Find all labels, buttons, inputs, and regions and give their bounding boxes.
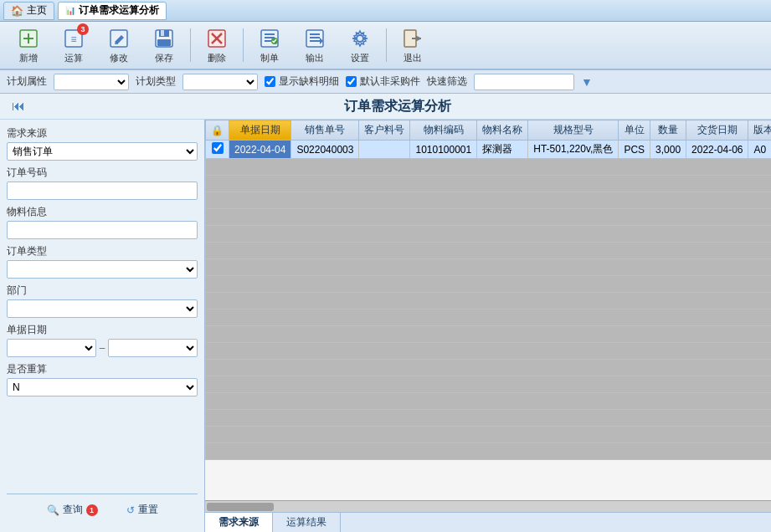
col-unit[interactable]: 单位 [619, 120, 650, 141]
order-no-input[interactable] [7, 182, 198, 200]
active-tab-label: 订单需求运算分析 [79, 3, 159, 18]
default-non-purchase-checkbox[interactable] [346, 76, 357, 87]
col-date[interactable]: 单据日期 [229, 120, 291, 141]
title-bar: 🏠 主页 📊 订单需求运算分析 [0, 0, 771, 22]
settings-button[interactable]: 设置 [338, 25, 382, 65]
exit-label: 退出 [403, 52, 422, 64]
recalc-field-group: 是否重算 N Y [7, 362, 198, 396]
recalc-select[interactable]: N Y [7, 378, 198, 396]
left-bottom-actions: 🔍 查询 1 ↺ 重置 [7, 494, 198, 525]
search-icon: 🔍 [47, 504, 59, 516]
col-delivery-date[interactable]: 交货日期 [686, 120, 748, 141]
table-row [206, 176, 772, 192]
new-button[interactable]: 新增 [7, 25, 50, 65]
quick-filter-label: 快速筛选 [427, 74, 467, 89]
edit-button[interactable]: 修改 [97, 25, 141, 65]
col-lock: 🔒 [206, 120, 229, 141]
source-label: 需求来源 [7, 126, 198, 141]
tab-source-label: 需求来源 [218, 515, 259, 529]
row-material-code: 1010100001 [410, 141, 477, 159]
horizontal-scrollbar[interactable] [205, 500, 771, 512]
tab-calc-result[interactable]: 运算结果 [273, 513, 341, 532]
table-row [206, 226, 772, 243]
right-panel: 🔒 单据日期 销售单号 客户料号 物料编码 物料名称 规格型号 单位 数量 交货… [205, 120, 771, 532]
tab-source[interactable]: 需求来源 [205, 513, 273, 532]
home-tab[interactable]: 🏠 主页 [3, 2, 54, 20]
svg-text:≡: ≡ [70, 33, 76, 45]
scroll-thumb[interactable] [207, 503, 274, 511]
table-row [206, 243, 772, 259]
table-row [206, 326, 772, 343]
plan-type-select[interactable] [182, 74, 258, 90]
order-type-select[interactable] [7, 260, 198, 279]
exit-icon [401, 27, 424, 50]
filter-icon[interactable]: ▼ [581, 75, 593, 89]
delete-label: 删除 [208, 52, 226, 64]
bottom-tabs: 需求来源 运算结果 [205, 512, 771, 532]
row-checkbox[interactable] [212, 142, 224, 154]
dept-select[interactable] [7, 299, 198, 318]
export-icon [303, 27, 326, 50]
col-material-name[interactable]: 物料名称 [477, 120, 528, 141]
row-date: 2022-04-04 [229, 141, 291, 159]
left-panel: 需求来源 销售订单 订单号码 物料信息 订单类型 [0, 120, 205, 532]
new-label: 新增 [19, 52, 38, 64]
save-button[interactable]: 保存 [142, 25, 186, 65]
order-type-field-group: 订单类型 [7, 244, 198, 279]
col-customer-no[interactable]: 客户料号 [359, 120, 410, 141]
col-spec-type[interactable]: 规格型号 [528, 120, 619, 141]
save-icon [152, 27, 176, 50]
show-shortage-group: 显示缺料明细 [265, 74, 339, 89]
material-info-input[interactable] [7, 221, 198, 239]
toolbar-divider-3 [386, 28, 387, 62]
table-row [206, 393, 772, 410]
table-container[interactable]: 🔒 单据日期 销售单号 客户料号 物料编码 物料名称 规格型号 单位 数量 交货… [205, 120, 771, 500]
active-tab[interactable]: 📊 订单需求运算分析 [58, 2, 167, 20]
make-button[interactable]: 制单 [248, 25, 291, 65]
reset-icon: ↺ [126, 504, 135, 516]
table-row [206, 309, 772, 326]
source-select[interactable]: 销售订单 [7, 142, 198, 161]
home-tab-label: 主页 [27, 3, 47, 18]
nav-first-button[interactable]: ⏮ [10, 97, 27, 115]
edit-label: 修改 [110, 52, 128, 64]
svg-rect-20 [310, 33, 320, 35]
row-delivery-date: 2022-04-06 [686, 141, 748, 159]
delete-icon [205, 27, 229, 50]
calc-button[interactable]: ≡ 3 运算 [52, 25, 95, 65]
show-shortage-label: 显示缺料明细 [279, 74, 339, 89]
reset-button[interactable]: ↺ 重置 [119, 499, 166, 520]
col-material-code[interactable]: 物料编码 [410, 120, 477, 141]
row-material-name: 探测器 [477, 141, 528, 159]
table-row [206, 376, 772, 393]
calc-icon: ≡ 3 [62, 27, 85, 50]
svg-rect-10 [157, 39, 171, 46]
col-version[interactable]: 版本号 [748, 120, 771, 141]
col-qty[interactable]: 数量 [650, 120, 686, 141]
svg-point-25 [357, 35, 363, 42]
col-sales-no[interactable]: 销售单号 [291, 120, 359, 141]
table-row [206, 293, 772, 309]
date-to-select[interactable] [108, 339, 198, 357]
filter-bar: 计划属性 计划类型 显示缺料明细 默认非采购件 快速筛选 ▼ [0, 70, 771, 94]
content-area: 需求来源 销售订单 订单号码 物料信息 订单类型 [0, 120, 771, 532]
show-shortage-checkbox[interactable] [265, 76, 275, 87]
source-field-group: 需求来源 销售订单 [7, 126, 198, 161]
calc-badge: 3 [77, 23, 89, 35]
make-label: 制单 [260, 52, 279, 64]
table-row [206, 192, 772, 209]
table-row [206, 443, 772, 460]
export-button[interactable]: 输出 [293, 25, 337, 65]
data-table: 🔒 单据日期 销售单号 客户料号 物料编码 物料名称 规格型号 单位 数量 交货… [205, 120, 771, 460]
table-row[interactable]: 2022-04-04 S022040003 1010100001 探测器 HT-… [206, 141, 772, 159]
dept-label: 部门 [7, 284, 198, 298]
settings-label: 设置 [351, 52, 369, 64]
query-button[interactable]: 🔍 查询 1 [39, 499, 105, 520]
exit-button[interactable]: 退出 [391, 25, 434, 65]
table-row [206, 259, 772, 276]
date-from-select[interactable] [7, 339, 96, 357]
quick-filter-input[interactable] [474, 74, 574, 90]
plan-attr-select[interactable] [54, 74, 129, 90]
delete-button[interactable]: 删除 [195, 25, 239, 65]
save-label: 保存 [155, 52, 173, 64]
